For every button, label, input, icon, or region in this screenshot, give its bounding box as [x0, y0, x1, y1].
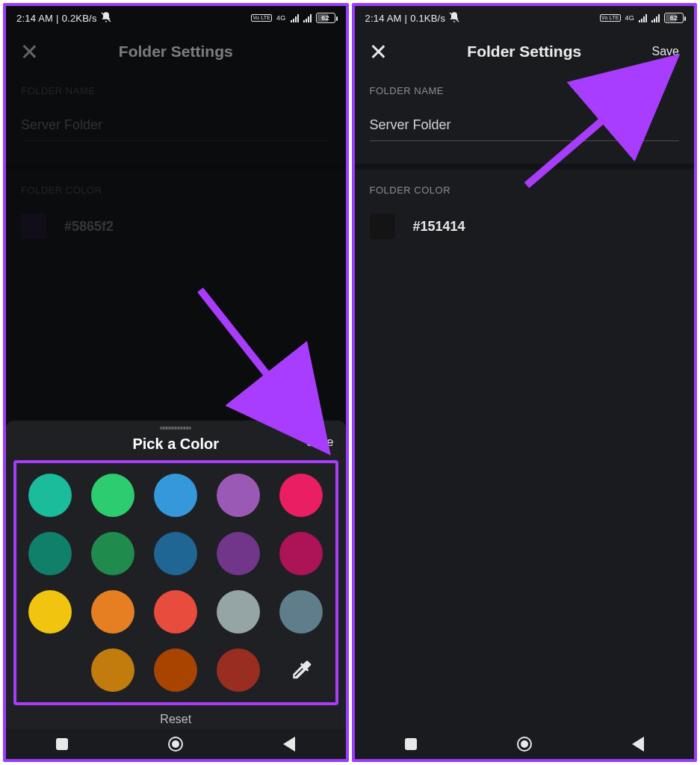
color-palette — [13, 460, 338, 705]
color-swatch-option[interactable] — [91, 590, 134, 634]
app-header: Folder Settings Save — [355, 30, 695, 76]
divider — [355, 164, 695, 170]
color-swatch-option[interactable] — [154, 532, 197, 575]
eyedropper-icon[interactable] — [279, 648, 323, 692]
color-swatch-option[interactable] — [91, 474, 134, 517]
close-icon[interactable] — [21, 43, 37, 60]
color-swatch-option[interactable] — [279, 532, 323, 575]
nav-recent-icon[interactable] — [405, 738, 417, 750]
sheet-save-button[interactable]: Save — [306, 436, 333, 449]
color-swatch-option[interactable] — [217, 474, 260, 517]
nav-back-icon[interactable] — [632, 737, 644, 752]
volte-icon: Vo LTE — [600, 14, 621, 22]
color-swatch-option[interactable] — [217, 590, 260, 634]
folder-color-hex: #151414 — [413, 219, 465, 235]
android-nav-bar — [6, 729, 346, 759]
app-header: Folder Settings — [6, 30, 346, 76]
color-swatch-option[interactable] — [279, 474, 323, 517]
color-swatch-option[interactable] — [28, 532, 72, 575]
folder-color-label: FOLDER COLOR — [370, 185, 680, 196]
android-nav-bar — [355, 729, 695, 759]
folder-name-label: FOLDER NAME — [21, 85, 331, 96]
sheet-title: Pick a Color — [132, 436, 219, 453]
color-swatch-option[interactable] — [91, 648, 134, 692]
nav-home-icon[interactable] — [168, 737, 183, 752]
folder-name-input[interactable] — [21, 114, 331, 141]
bell-off-icon — [100, 11, 112, 25]
status-bar: 2:14 AM | 0.2KB/s Vo LTE 4G 62 — [6, 6, 346, 30]
folder-color-swatch — [21, 214, 46, 239]
folder-color-label: FOLDER COLOR — [21, 185, 331, 196]
color-swatch-option[interactable] — [154, 590, 197, 634]
nav-recent-icon[interactable] — [56, 738, 68, 750]
bell-off-icon — [448, 11, 460, 25]
nav-back-icon[interactable] — [283, 737, 295, 752]
color-swatch-option[interactable] — [91, 532, 134, 575]
page-title: Folder Settings — [119, 43, 233, 61]
fourg-label: 4G — [625, 15, 634, 22]
battery-icon: 62 — [316, 13, 335, 23]
page-title: Folder Settings — [467, 43, 581, 61]
color-swatch-option[interactable] — [154, 648, 197, 692]
phone-left: 2:14 AM | 0.2KB/s Vo LTE 4G 62 Folder Se… — [3, 3, 349, 762]
status-speed: 0.1KB/s — [410, 13, 445, 24]
battery-icon: 62 — [664, 13, 684, 23]
status-bar: 2:14 AM | 0.1KB/s Vo LTE 4G 62 — [355, 6, 695, 30]
signal-icon-2 — [303, 13, 312, 22]
folder-color-hex: #5865f2 — [64, 219, 114, 235]
color-swatch-option[interactable] — [28, 474, 72, 517]
status-time: 2:14 AM — [365, 13, 402, 24]
signal-icon-2 — [651, 13, 660, 22]
color-swatch-option[interactable] — [279, 590, 323, 634]
folder-name-input[interactable] — [370, 114, 680, 141]
sheet-handle[interactable] — [160, 427, 191, 430]
color-swatch-option[interactable] — [154, 474, 197, 517]
color-swatch-option[interactable] — [217, 532, 260, 575]
signal-icon — [291, 13, 299, 22]
svg-line-2 — [200, 290, 312, 432]
color-picker-sheet: Pick a Color Save Reset — [6, 421, 346, 729]
folder-color-row[interactable]: #5865f2 — [21, 214, 331, 239]
color-swatch-option[interactable] — [28, 590, 72, 634]
volte-icon: Vo LTE — [251, 14, 272, 22]
status-speed: 0.2KB/s — [62, 13, 97, 24]
folder-color-swatch — [370, 214, 395, 239]
fourg-label: 4G — [276, 15, 285, 22]
reset-button[interactable]: Reset — [6, 705, 346, 729]
folder-name-label: FOLDER NAME — [370, 85, 680, 96]
status-time: 2:14 AM — [16, 13, 53, 24]
save-button[interactable]: Save — [652, 45, 679, 58]
nav-home-icon[interactable] — [517, 737, 532, 752]
signal-icon — [639, 13, 647, 22]
folder-color-row[interactable]: #151414 — [370, 214, 680, 239]
color-swatch-option[interactable] — [217, 648, 260, 692]
divider — [6, 164, 346, 170]
phone-right: 2:14 AM | 0.1KB/s Vo LTE 4G 62 Folder Se… — [352, 3, 698, 762]
close-icon[interactable] — [370, 43, 386, 60]
